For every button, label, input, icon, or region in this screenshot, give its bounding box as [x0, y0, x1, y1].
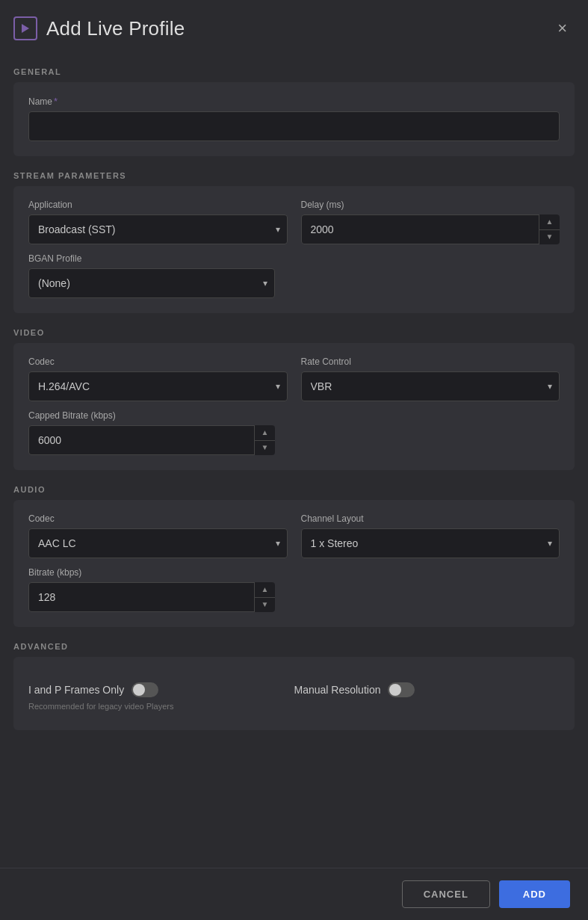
delay-up-button[interactable]: ▲ — [539, 214, 560, 230]
audio-bitrate-up-button[interactable]: ▲ — [255, 582, 275, 598]
toggle2-label-row: Manual Resolution — [294, 682, 560, 697]
application-col: Application Broadcast (SST) Live (HLS) C… — [28, 200, 288, 244]
video-row1: Codec H.264/AVC H.265/HEVC VP9 ▾ Rate Co… — [28, 356, 560, 401]
add-button[interactable]: ADD — [499, 880, 570, 908]
capped-bitrate-down-button[interactable]: ▼ — [255, 441, 275, 456]
general-section-label: GENERAL — [13, 67, 575, 76]
audio-bitrate-label: Bitrate (kbps) — [28, 567, 560, 578]
video-section-label: VIDEO — [13, 328, 575, 337]
bgan-select-wrapper: (None) Profile 1 Profile 2 ▾ — [28, 268, 275, 298]
audio-bitrate-row: Bitrate (kbps) ▲ ▼ — [28, 567, 560, 612]
capped-bitrate-label: Capped Bitrate (kbps) — [28, 410, 560, 421]
advanced-toggles-row: I and P Frames Only Recommended for lega… — [28, 670, 560, 715]
dialog-header: Add Live Profile × — [0, 0, 588, 52]
stream-params-row1: Application Broadcast (SST) Live (HLS) C… — [28, 200, 560, 244]
delay-down-button[interactable]: ▼ — [539, 230, 560, 245]
video-codec-select[interactable]: H.264/AVC H.265/HEVC VP9 — [28, 371, 288, 401]
dialog-body: GENERAL Name * STREAM PARAMETERS Applica… — [0, 52, 588, 920]
channel-layout-label: Channel Layout — [301, 513, 560, 524]
video-codec-col: Codec H.264/AVC H.265/HEVC VP9 ▾ — [28, 356, 288, 401]
delay-label: Delay (ms) — [301, 200, 560, 210]
rate-control-label: Rate Control — [301, 356, 560, 367]
toggle2-col: Manual Resolution — [294, 682, 560, 697]
audio-codec-label: Codec — [28, 513, 288, 524]
name-input[interactable] — [28, 111, 560, 141]
delay-spinners: ▲ ▼ — [539, 214, 560, 244]
application-select-wrapper: Broadcast (SST) Live (HLS) Custom ▾ — [28, 214, 288, 244]
audio-bitrate-down-button[interactable]: ▼ — [255, 598, 275, 613]
capped-bitrate-input[interactable] — [28, 425, 275, 455]
capped-bitrate-input-wrapper: ▲ ▼ — [28, 425, 275, 455]
toggle2-label: Manual Resolution — [294, 684, 381, 696]
channel-layout-select[interactable]: 1 x Stereo 2 x Stereo Mono — [301, 528, 560, 558]
delay-col: Delay (ms) ▲ ▼ — [301, 200, 560, 244]
audio-bitrate-input-wrapper: ▲ ▼ — [28, 582, 275, 612]
video-codec-select-wrapper: H.264/AVC H.265/HEVC VP9 ▾ — [28, 371, 288, 401]
audio-section-card: Codec AAC LC MP3 Opus ▾ Channel Layout — [13, 500, 575, 627]
delay-input[interactable] — [301, 214, 560, 244]
bgan-row: BGAN Profile (None) Profile 1 Profile 2 … — [28, 253, 560, 298]
channel-layout-col: Channel Layout 1 x Stereo 2 x Stereo Mon… — [301, 513, 560, 558]
rate-control-select-wrapper: VBR CBR CRF ▾ — [301, 371, 560, 401]
capped-bitrate-spinners: ▲ ▼ — [254, 425, 275, 455]
bgan-label: BGAN Profile — [28, 253, 560, 264]
audio-row1: Codec AAC LC MP3 Opus ▾ Channel Layout — [28, 513, 560, 558]
video-section-card: Codec H.264/AVC H.265/HEVC VP9 ▾ Rate Co… — [13, 343, 575, 470]
toggle1-switch[interactable] — [131, 682, 158, 697]
name-field-label: Name * — [28, 96, 560, 107]
play-icon — [13, 16, 37, 40]
delay-input-wrapper: ▲ ▼ — [301, 214, 560, 244]
audio-bitrate-spinners: ▲ ▼ — [254, 582, 275, 612]
video-codec-label: Codec — [28, 356, 288, 367]
close-button[interactable]: × — [554, 17, 570, 40]
capped-bitrate-up-button[interactable]: ▲ — [255, 425, 275, 441]
channel-layout-select-wrapper: 1 x Stereo 2 x Stereo Mono ▾ — [301, 528, 560, 558]
audio-codec-select[interactable]: AAC LC MP3 Opus — [28, 528, 288, 558]
required-star: * — [54, 96, 58, 107]
audio-codec-col: Codec AAC LC MP3 Opus ▾ — [28, 513, 288, 558]
bgan-select[interactable]: (None) Profile 1 Profile 2 — [28, 268, 275, 298]
general-section-card: Name * — [13, 82, 575, 156]
rate-control-select[interactable]: VBR CBR CRF — [301, 371, 560, 401]
stream-parameters-section-label: STREAM PARAMETERS — [13, 171, 575, 180]
advanced-section-label: ADVANCED — [13, 642, 575, 651]
advanced-section-card: I and P Frames Only Recommended for lega… — [13, 657, 575, 730]
application-select[interactable]: Broadcast (SST) Live (HLS) Custom — [28, 214, 288, 244]
svg-marker-0 — [22, 24, 29, 33]
toggle1-label-row: I and P Frames Only — [28, 682, 294, 697]
dialog-footer: CANCEL ADD — [0, 868, 588, 920]
dialog-title: Add Live Profile — [46, 17, 185, 40]
stream-parameters-section-card: Application Broadcast (SST) Live (HLS) C… — [13, 186, 575, 313]
toggle1-label: I and P Frames Only — [28, 684, 124, 696]
capped-bitrate-row: Capped Bitrate (kbps) ▲ ▼ — [28, 410, 560, 455]
rate-control-col: Rate Control VBR CBR CRF ▾ — [301, 356, 560, 401]
audio-codec-select-wrapper: AAC LC MP3 Opus ▾ — [28, 528, 288, 558]
audio-section-label: AUDIO — [13, 485, 575, 494]
toggle1-col: I and P Frames Only Recommended for lega… — [28, 682, 294, 711]
add-live-profile-dialog: Add Live Profile × GENERAL Name * STREAM… — [0, 0, 588, 920]
title-row: Add Live Profile — [13, 16, 185, 40]
application-label: Application — [28, 200, 288, 210]
toggle1-hint: Recommended for legacy video Players — [28, 702, 294, 711]
toggle2-switch[interactable] — [388, 682, 415, 697]
cancel-button[interactable]: CANCEL — [402, 880, 490, 908]
audio-bitrate-input[interactable] — [28, 582, 275, 612]
